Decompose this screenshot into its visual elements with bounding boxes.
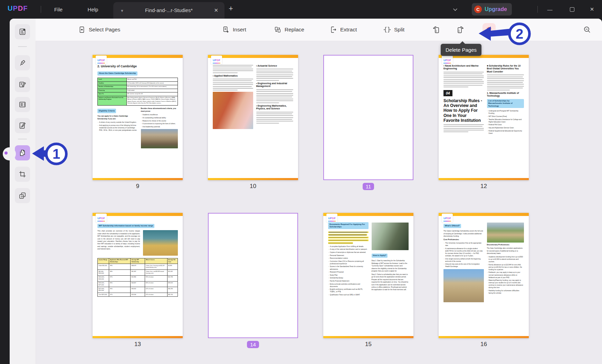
thumb-info-table: LevelMaster and PhDDeadline07 December 2…: [97, 78, 178, 106]
thumb-heading: • Engineering Mathematics, Physics, and …: [256, 105, 294, 110]
thumb-bullet-item: Inbound visa costs & the cost of the Imm…: [444, 263, 484, 268]
thumb-bullet-item: MIT Short Courses [Free]: [487, 115, 524, 118]
replace-label: Replace: [285, 27, 304, 33]
minimize-icon[interactable]: —: [543, 0, 557, 19]
page-thumbnail[interactable]: [323, 55, 413, 180]
thumb-bullet-item: Curriculum Vitae (CV) or Resume containi…: [328, 260, 369, 265]
thumb-bullet-item: And applying to pursue one of the follow…: [98, 124, 138, 131]
extract-button[interactable]: Extract: [329, 19, 357, 41]
page-footer-bar: [439, 336, 529, 338]
select-pages-button[interactable]: Select Pages: [78, 19, 120, 41]
maximize-icon[interactable]: [565, 0, 579, 19]
page-number-label: 12: [439, 183, 529, 190]
thumb-bullet-item: A commitment to improving the lives of o…: [141, 122, 178, 125]
tool-sidebar: [10, 19, 36, 364]
aerial-photo: [487, 223, 524, 243]
page-thumbnail[interactable]: [208, 213, 298, 338]
updf-logo: UPDF: [8, 4, 28, 12]
thumb-textlines: [256, 112, 294, 124]
page-number-label: 14: [208, 341, 298, 348]
select-pages-icon: [78, 26, 86, 33]
thumb-title: Scholarship Rules - An Overview and How …: [443, 98, 484, 123]
split-icon: [383, 26, 391, 33]
rotate-left-icon: [431, 25, 441, 35]
delete-icon: [485, 26, 493, 33]
page-thumbnail[interactable]: UPDFMIT Scholarship information based on…: [93, 213, 183, 338]
tab-dropdown-icon[interactable]: ▼: [120, 9, 124, 13]
replace-icon: [274, 26, 281, 33]
page-number-label: 15: [323, 341, 413, 348]
page-content: Documents Required For Applying For Scho…: [328, 222, 409, 335]
page-thumbnail[interactable]: UPDFDocuments Required For Applying For …: [323, 213, 413, 338]
thumb-bullet-item: And leadership potential.: [141, 126, 178, 128]
sidebar-item-comment[interactable]: [15, 55, 30, 70]
thumb-paragraph: Discretionary Proficiencies:: [487, 244, 524, 246]
tab-close-icon[interactable]: ✕: [214, 7, 218, 13]
thumb-bullet-item: One single economy airfare at both the b…: [444, 258, 484, 263]
menu-file[interactable]: File: [48, 0, 68, 19]
thumb-tag-label: About the Gates Cambridge Scholarship: [97, 71, 137, 76]
menu-help[interactable]: Help: [83, 0, 103, 19]
page-thumbnail[interactable]: UPDF2. University of CambridgeAbout the …: [93, 55, 183, 180]
insert-button[interactable]: Insert: [222, 19, 246, 41]
page-number-label: 11: [323, 183, 413, 190]
thumb-paragraph: You can apply for a Gates Cambridge Scho…: [97, 115, 138, 120]
delete-pages-button[interactable]: [482, 23, 496, 36]
thumb-bullet-item: Reasons for choice of the course: [141, 120, 178, 122]
thumb-bullet-item: A maintenance allowance for a single stu…: [444, 247, 484, 257]
page-content: What's Offered?The Gates Cambridge Schol…: [443, 222, 524, 335]
thumb-bullet-item: Family allowance up to £10,944 for one c…: [487, 264, 524, 271]
thumb-bullet-item: Extra-curricular activities certificatio…: [328, 283, 369, 288]
sidebar-item-watermark[interactable]: [15, 188, 30, 203]
thumb-textlines: [256, 69, 294, 80]
thumb-data-table: Income RangeApplicants Who Received MIT …: [97, 258, 178, 297]
document-tab[interactable]: ▼ Find-and-...r-Studies* ✕: [113, 2, 224, 19]
sidebar-item-reader[interactable]: [15, 24, 30, 39]
close-icon[interactable]: ✕: [585, 0, 599, 19]
sidebar-item-sign[interactable]: [15, 118, 30, 133]
tab-title: Find-and-...r-Studies*: [131, 8, 207, 13]
laptop-photo: [372, 223, 409, 250]
rotate-right-button[interactable]: [455, 24, 466, 36]
thumb-bullet-item: Personal Statement: [328, 254, 369, 257]
page-content: MIT Scholarship information based on fam…: [97, 222, 178, 335]
thumb-bullets: Undergrad and Postgrad MIT Scholarship F…: [487, 110, 524, 134]
page-thumbnail[interactable]: UPDF• Naval Architecture and Marine Engi…: [439, 55, 529, 180]
thumb-paragraph: This chart provides an overview of the i…: [97, 230, 140, 250]
sidebar-item-forms[interactable]: [15, 97, 30, 112]
page-number-label: 13: [93, 341, 183, 348]
thumb-bullet-item: Fieldwork: you may apply to keep up to y…: [487, 271, 524, 278]
thumb-bullet-item: A complete Application Form fulfilling a…: [328, 245, 369, 248]
page-thumbnail[interactable]: UPDFWhat's Offered?The Gates Cambridge S…: [439, 213, 529, 338]
thumb-bullets: Academic development funding from up to …: [487, 256, 524, 294]
upgrade-button[interactable]: C Upgrade: [472, 3, 512, 16]
thumb-bullet-item: Iraq and Afghanistan Service Grant: [487, 127, 524, 129]
replace-button[interactable]: Replace: [274, 19, 304, 41]
thumb-bullets: A citizen of any country outside the Uni…: [97, 121, 138, 131]
sidebar-item-edit[interactable]: [15, 77, 30, 92]
thumb-heading: 2. University of Cambridge: [97, 65, 178, 68]
zoom-out-button[interactable]: [583, 25, 592, 34]
zoom-out-icon: [583, 26, 591, 34]
thumb-textlines: [213, 79, 253, 90]
sidebar-item-organize-pages[interactable]: [15, 145, 30, 160]
rotate-left-button[interactable]: [430, 24, 442, 36]
thumb-heading: • Actuarial Science: [256, 65, 294, 67]
sidebar-item-crop[interactable]: [15, 167, 30, 182]
page-footer-bar: [93, 336, 183, 338]
page-content: • Naval Architecture and Marine Engineer…: [443, 63, 524, 177]
collapse-handle-dot[interactable]: [4, 151, 8, 155]
new-tab-icon[interactable]: +: [229, 4, 233, 13]
thumb-heading: ■ Scholarship Rules for the 10 Best Glob…: [487, 65, 524, 73]
thumb-bullet-item: Academic development funding from up to …: [487, 256, 524, 263]
thumb-heading: 1. Massachusetts Institute of Technology: [487, 92, 524, 98]
split-button[interactable]: Split: [383, 19, 404, 41]
thumb-section-number: 04: [443, 90, 452, 96]
thumb-tag-label: MIT Scholarship information based on fam…: [97, 224, 154, 228]
thumb-bullet-item: Study Plan: [328, 274, 369, 276]
page-thumbnail[interactable]: UPDF• Applied Mathematics• Actuarial Sci…: [208, 55, 298, 180]
thumb-bullet-item: Research Proposal: [328, 271, 369, 273]
chevron-down-icon[interactable]: [452, 7, 458, 12]
titlebar-separator: [41, 6, 41, 13]
thumb-textlines: [328, 232, 369, 244]
